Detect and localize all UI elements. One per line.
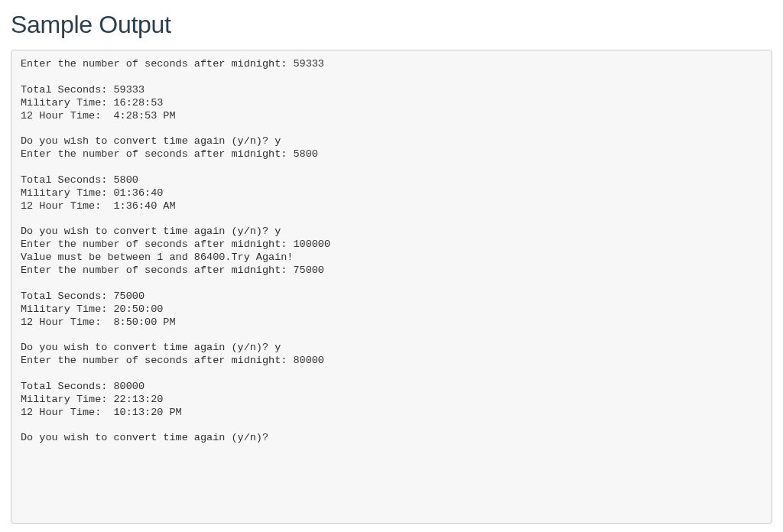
sample-output-block: Enter the number of seconds after midnig… [11,50,772,524]
page-title: Sample Output [11,11,772,39]
